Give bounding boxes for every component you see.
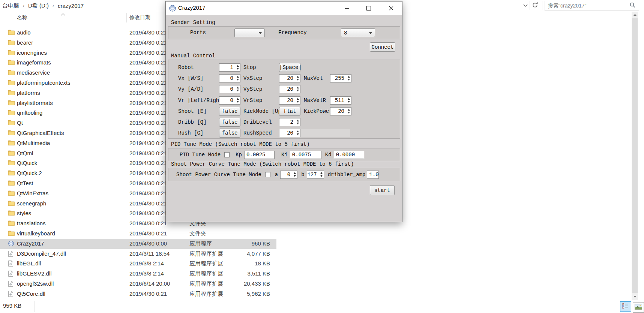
spin-value: 20 — [287, 75, 293, 81]
close-button[interactable] — [385, 1, 398, 15]
table-row[interactable]: D3Dcompiler_47.dll2014/3/11 18:54应用程序扩展4… — [0, 249, 276, 259]
rushspeed-spinbox[interactable]: 20 — [279, 129, 300, 137]
vx-label: Vx [W/S] — [178, 75, 219, 81]
file-name: iconengines — [17, 49, 47, 56]
dll-icon — [8, 281, 15, 287]
rush-toggle-button[interactable]: false — [219, 129, 240, 138]
vr-spinbox[interactable]: 0 — [219, 96, 240, 105]
b-spinbox[interactable]: 127 — [307, 171, 324, 179]
app-logo-icon — [169, 5, 176, 12]
kd-field[interactable]: 0.0000 — [334, 151, 364, 159]
table-row[interactable]: opengl32sw.dll2016/6/14 20:00应用程序扩展20,43… — [0, 279, 276, 289]
table-row[interactable]: libEGL.dll2019/3/8 2:14应用程序扩展18 KB — [0, 259, 276, 269]
file-type: 应用程序扩展 — [189, 270, 223, 277]
spinner-arrows-icon[interactable] — [237, 87, 239, 91]
spinner-arrows-icon[interactable] — [237, 76, 239, 81]
file-size: 18 KB — [225, 260, 270, 267]
spinner-arrows-icon[interactable] — [297, 87, 299, 91]
file-date: 2019/4/30 0:21 — [129, 230, 167, 237]
kickpower-spinbox[interactable]: 20 — [330, 107, 351, 115]
column-header-date[interactable]: 修改日期 — [129, 14, 150, 21]
vxstep-label: VxStep — [240, 75, 279, 81]
refresh-icon[interactable] — [532, 2, 539, 9]
file-name: QtQuick — [17, 160, 37, 166]
spinner-arrows-icon[interactable] — [237, 65, 239, 70]
start-button[interactable]: start — [370, 185, 395, 195]
dribb-toggle-button[interactable]: false — [219, 118, 240, 127]
scrollbar-down-arrow-icon[interactable] — [632, 294, 638, 300]
file-date: 2019/4/30 0:21 — [129, 291, 167, 297]
minimize-button[interactable] — [341, 1, 353, 15]
spinner-arrows-icon[interactable] — [297, 130, 299, 135]
scrollbar-thumb[interactable] — [632, 18, 638, 293]
maxvel-spinbox[interactable]: 255 — [330, 74, 351, 82]
vrstep-spinbox[interactable]: 20 — [279, 96, 300, 105]
table-row[interactable]: libGLESV2.dll2019/3/8 2:14应用程序扩展3,511 KB — [0, 269, 276, 279]
spinner-arrows-icon[interactable] — [294, 172, 296, 177]
driblevel-label: DribLevel — [240, 119, 279, 125]
maxvelr-spinbox[interactable]: 511 — [330, 96, 351, 105]
dribbler-amp-field[interactable]: 1.0 — [367, 171, 379, 179]
spinner-arrows-icon[interactable] — [348, 76, 350, 81]
folder-icon — [8, 80, 15, 86]
file-type: 应用程序扩展 — [189, 291, 223, 298]
breadcrumb-item-crazy2017[interactable]: crazy2017 — [56, 3, 85, 9]
address-dropdown-chevron-icon[interactable] — [523, 2, 530, 9]
vxstep-spinbox[interactable]: 20 — [279, 74, 300, 82]
driblevel-spinbox[interactable]: 2 — [279, 118, 300, 126]
scrollbar-up-arrow-icon[interactable] — [632, 12, 638, 18]
spin-value: 127 — [307, 172, 317, 178]
details-view-button[interactable] — [620, 301, 631, 312]
table-row[interactable]: Qt5Core.dll2019/4/30 0:21应用程序扩展5,962 KB — [0, 289, 276, 299]
shoot-curve-mode-checkbox[interactable] — [265, 172, 270, 177]
column-header-name[interactable]: 名称 — [17, 14, 27, 21]
file-date: 2019/4/30 0:00 — [129, 240, 167, 247]
file-date: 2019/4/30 0:21 — [129, 49, 167, 56]
shoot-toggle-button[interactable]: false — [219, 107, 240, 116]
vertical-scrollbar[interactable] — [632, 12, 638, 300]
status-bar: 959 KB — [0, 300, 644, 313]
file-date: 2019/4/30 0:21 — [129, 79, 167, 86]
stop-space-button[interactable]: [Space] — [279, 63, 300, 72]
robot-spinbox[interactable]: 1 — [219, 63, 240, 72]
pid-row: PID Tune Mode Kp 0.0025 Ki 0.0075 Kd 0.0… — [180, 151, 364, 159]
file-name: platforms — [17, 90, 40, 96]
ki-label: Ki — [281, 152, 288, 158]
a-spinbox[interactable]: 0 — [280, 171, 297, 179]
spinner-arrows-icon[interactable] — [297, 120, 299, 124]
file-date: 2019/4/30 0:21 — [129, 160, 167, 166]
shoot-curve-section-label: Shoot Power Curve Tune Mode (Switch robo… — [171, 161, 354, 167]
dialog-titlebar[interactable]: Crazy2017 — [166, 1, 402, 15]
breadcrumb-item-this-pc[interactable]: 台电脑 — [1, 2, 21, 9]
folder-icon — [8, 170, 15, 177]
search-input[interactable]: 搜索"crazy2017" — [545, 1, 639, 11]
file-type: 应用程序扩展 — [189, 260, 223, 267]
pid-mode-checkbox[interactable] — [224, 152, 230, 157]
kp-field[interactable]: 0.0025 — [244, 151, 275, 159]
ki-field[interactable]: 0.0075 — [290, 151, 321, 159]
table-row[interactable]: Crazy20172019/4/30 0:00应用程序960 KB — [0, 239, 276, 249]
spinner-arrows-icon[interactable] — [348, 109, 350, 114]
connect-button[interactable]: Connect — [370, 42, 395, 52]
file-name: audio — [17, 29, 31, 36]
spinner-arrows-icon[interactable] — [320, 172, 323, 177]
breadcrumb-item-drive-d[interactable]: D盘 (D:) — [27, 2, 50, 9]
vy-spinbox[interactable]: 0 — [219, 85, 240, 93]
vx-spinbox[interactable]: 0 — [219, 74, 240, 82]
vr-label: Vr [Left/Right] — [178, 97, 219, 103]
frequency-combobox[interactable]: 8 — [341, 28, 375, 37]
pid-mode-label: PID Tune Mode — [180, 152, 221, 158]
spinner-arrows-icon[interactable] — [297, 98, 299, 103]
ports-combobox[interactable] — [234, 28, 265, 37]
spinner-arrows-icon[interactable] — [237, 98, 239, 103]
file-name: QtQml — [17, 150, 33, 156]
table-row[interactable]: virtualkeyboard2019/4/30 0:21文件夹 — [0, 229, 276, 239]
spinner-arrows-icon[interactable] — [297, 76, 299, 81]
vystep-spinbox[interactable]: 20 — [279, 85, 300, 93]
spin-value: 0 — [230, 86, 233, 92]
spinner-arrows-icon[interactable] — [348, 98, 350, 103]
maximize-button[interactable] — [362, 1, 375, 15]
kickmode-button[interactable]: flat — [279, 107, 300, 116]
thumbnail-view-button[interactable] — [633, 302, 644, 313]
folder-icon — [8, 40, 15, 46]
